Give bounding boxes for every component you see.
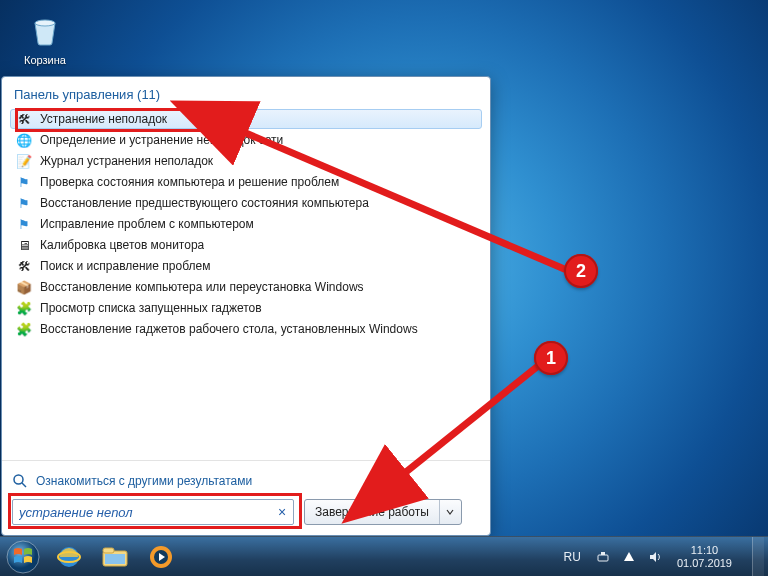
system-tray: RU 11:10 01.07.2019 bbox=[560, 537, 768, 577]
flag-icon: ⚑ bbox=[16, 216, 32, 232]
result-item[interactable]: 🌐Определение и устранение неполадок сети bbox=[10, 130, 482, 150]
annotation-badge-2: 2 bbox=[564, 254, 598, 288]
result-item-label: Устранение неполадок bbox=[40, 112, 167, 126]
results-header: Панель управления (11) bbox=[2, 77, 490, 106]
language-indicator[interactable]: RU bbox=[560, 550, 585, 564]
start-button[interactable] bbox=[0, 537, 46, 577]
result-item-label: Калибровка цветов монитора bbox=[40, 238, 204, 252]
result-item[interactable]: 🛠Поиск и исправление проблем bbox=[10, 256, 482, 276]
safely-remove-icon[interactable] bbox=[595, 549, 611, 565]
svg-rect-10 bbox=[105, 554, 125, 564]
recycle-bin-label: Корзина bbox=[18, 54, 72, 66]
recycle-bin-icon bbox=[23, 8, 67, 52]
result-item[interactable]: 🧩Восстановление гаджетов рабочего стола,… bbox=[10, 319, 482, 339]
result-item[interactable]: 🛠Устранение неполадок bbox=[10, 109, 482, 129]
taskbar-pin-mediaplayer[interactable] bbox=[138, 537, 184, 577]
svg-point-0 bbox=[35, 20, 55, 26]
result-item-label: Восстановление предшествующего состояния… bbox=[40, 196, 369, 210]
history-icon: 📝 bbox=[16, 153, 32, 169]
result-item[interactable]: 🧩Просмотр списка запущенных гаджетов bbox=[10, 298, 482, 318]
desktop-wallpaper: Корзина Панель управления (11) 🛠Устранен… bbox=[0, 0, 768, 576]
result-item[interactable]: 📝Журнал устранения неполадок bbox=[10, 151, 482, 171]
result-item[interactable]: ⚑Исправление проблем с компьютером bbox=[10, 214, 482, 234]
shutdown-split-button: Завершение работы bbox=[304, 499, 462, 525]
svg-rect-13 bbox=[598, 555, 608, 561]
svg-rect-9 bbox=[103, 548, 114, 553]
result-item-label: Восстановление гаджетов рабочего стола, … bbox=[40, 322, 418, 336]
search-icon bbox=[12, 473, 28, 489]
taskbar-pin-explorer[interactable] bbox=[92, 537, 138, 577]
search-field-wrap: × bbox=[12, 499, 294, 525]
see-more-results-link[interactable]: Ознакомиться с другими результатами bbox=[12, 473, 480, 489]
result-item[interactable]: 🖥Калибровка цветов монитора bbox=[10, 235, 482, 255]
result-item[interactable]: 📦Восстановление компьютера или переустан… bbox=[10, 277, 482, 297]
result-item-label: Просмотр списка запущенных гаджетов bbox=[40, 301, 262, 315]
search-input[interactable] bbox=[12, 499, 294, 525]
taskbar-clock[interactable]: 11:10 01.07.2019 bbox=[673, 544, 736, 570]
start-menu-footer: Ознакомиться с другими результатами × За… bbox=[2, 460, 490, 535]
shutdown-menu-arrow[interactable] bbox=[439, 500, 461, 524]
volume-icon[interactable] bbox=[647, 549, 663, 565]
svg-point-5 bbox=[7, 541, 39, 573]
result-item-label: Проверка состояния компьютера и решение … bbox=[40, 175, 339, 189]
gadgets-icon: 🧩 bbox=[16, 300, 32, 316]
svg-rect-14 bbox=[601, 552, 605, 555]
troubleshoot-icon: 🛠 bbox=[16, 111, 32, 127]
flag-icon: ⚑ bbox=[16, 174, 32, 190]
results-section-link[interactable]: Панель управления (11) bbox=[14, 87, 160, 102]
result-item-label: Исправление проблем с компьютером bbox=[40, 217, 254, 231]
troubleshoot-icon: 🛠 bbox=[16, 258, 32, 274]
flag-icon: ⚑ bbox=[16, 195, 32, 211]
result-item-label: Восстановление компьютера или переустано… bbox=[40, 280, 364, 294]
taskbar-pin-ie[interactable] bbox=[46, 537, 92, 577]
clear-search-button[interactable]: × bbox=[274, 504, 290, 520]
result-item-label: Поиск и исправление проблем bbox=[40, 259, 210, 273]
gadgets-icon: 🧩 bbox=[16, 321, 32, 337]
action-center-icon[interactable] bbox=[621, 549, 637, 565]
annotation-badge-1: 1 bbox=[534, 341, 568, 375]
taskbar: RU 11:10 01.07.2019 bbox=[0, 536, 768, 576]
restore-icon: 📦 bbox=[16, 279, 32, 295]
svg-point-1 bbox=[14, 475, 23, 484]
result-item[interactable]: ⚑Проверка состояния компьютера и решение… bbox=[10, 172, 482, 192]
result-item-label: Журнал устранения неполадок bbox=[40, 154, 213, 168]
show-desktop-button[interactable] bbox=[752, 537, 764, 577]
result-item[interactable]: ⚑Восстановление предшествующего состояни… bbox=[10, 193, 482, 213]
results-list: 🛠Устранение неполадок🌐Определение и устр… bbox=[2, 106, 490, 460]
monitor-icon: 🖥 bbox=[16, 237, 32, 253]
shutdown-button[interactable]: Завершение работы bbox=[305, 500, 439, 524]
network-icon: 🌐 bbox=[16, 132, 32, 148]
result-item-label: Определение и устранение неполадок сети bbox=[40, 133, 283, 147]
svg-line-2 bbox=[22, 483, 26, 487]
recycle-bin[interactable]: Корзина bbox=[18, 8, 72, 66]
start-menu: Панель управления (11) 🛠Устранение непол… bbox=[1, 76, 491, 536]
